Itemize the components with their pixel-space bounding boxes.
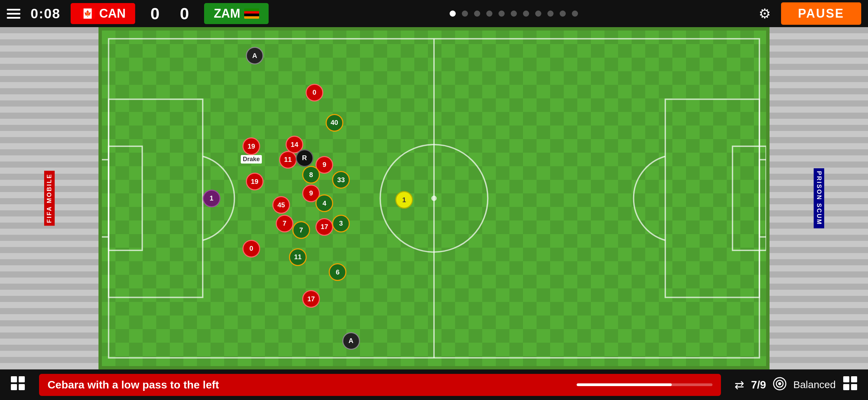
- player-number: 19: [248, 142, 255, 150]
- bottom-bar: Cebara with a low pass to the left ⇄ 7/9…: [0, 369, 868, 400]
- tactic-icon[interactable]: [773, 377, 786, 393]
- team-can-badge: 🍁 CAN: [71, 3, 135, 24]
- pitch-container: 019Drake14111999457170171408R334371161AA: [98, 27, 770, 369]
- player-token-p4[interactable]: 11: [279, 151, 297, 169]
- dot-7[interactable]: [523, 11, 529, 17]
- player-number: 3: [339, 220, 343, 227]
- dot-11[interactable]: [572, 11, 578, 17]
- player-name-label: Drake: [241, 155, 262, 164]
- dot-9[interactable]: [547, 11, 554, 17]
- dot-10[interactable]: [560, 11, 566, 17]
- player-number: 4: [323, 199, 326, 207]
- player-token-p9[interactable]: 7: [276, 215, 293, 232]
- right-side-panel: PRISON SCUM: [770, 27, 868, 369]
- commentary-text: Cebara with a low pass to the left: [48, 379, 570, 391]
- menu-icon[interactable]: [7, 9, 20, 19]
- player-number: 1: [402, 196, 406, 204]
- player-number: 0: [250, 245, 253, 252]
- substitution-icon[interactable]: ⇄: [735, 378, 744, 392]
- commentary-progress-fill: [577, 383, 672, 386]
- player-number: 14: [291, 141, 298, 149]
- player-number: 40: [330, 119, 338, 127]
- player-number: 33: [337, 176, 345, 184]
- dot-4[interactable]: [486, 11, 492, 17]
- player-token-p18[interactable]: 4: [315, 194, 333, 212]
- subs-count: 7/9: [751, 379, 766, 391]
- svg-rect-20: [851, 384, 857, 390]
- team-can-label: CAN: [99, 6, 126, 21]
- team-zam-label: ZAM: [214, 6, 240, 21]
- bottom-right-icon[interactable]: [843, 376, 858, 394]
- player-token-a2[interactable]: A: [342, 332, 360, 350]
- pause-button[interactable]: PAUSE: [781, 2, 861, 25]
- player-token-a1[interactable]: A: [246, 47, 264, 64]
- dot-2[interactable]: [462, 11, 468, 17]
- top-bar-right: ⚙ PAUSE: [759, 2, 861, 25]
- main-container: 0:08 🍁 CAN 0 0 ZAM: [0, 0, 868, 400]
- player-number: 9: [323, 161, 326, 169]
- player-number: 11: [284, 156, 292, 164]
- svg-rect-13: [19, 384, 25, 390]
- player-token-p12[interactable]: 17: [302, 290, 320, 308]
- player-token-p17[interactable]: 33: [332, 171, 350, 189]
- player-token-p13[interactable]: 1: [203, 190, 220, 207]
- player-token-p21[interactable]: 11: [289, 248, 307, 266]
- svg-rect-10: [11, 376, 17, 382]
- player-number: A: [348, 337, 353, 345]
- player-token-p1[interactable]: 0: [306, 84, 323, 101]
- player-token-p19[interactable]: 3: [332, 215, 350, 232]
- right-side-label: PRISON SCUM: [814, 168, 824, 228]
- player-token-p11[interactable]: 0: [242, 240, 260, 258]
- left-side-label: FIFA MOBILE: [44, 171, 55, 226]
- progress-dots: [450, 11, 578, 17]
- dot-8[interactable]: [535, 11, 541, 17]
- commentary-progress-bar: [577, 383, 712, 386]
- match-timer: 0:08: [31, 6, 60, 21]
- player-number: 9: [309, 189, 313, 197]
- player-token-p5[interactable]: 19: [246, 173, 264, 190]
- player-number: 17: [321, 223, 328, 231]
- bottom-left-icon[interactable]: [10, 376, 25, 394]
- team-zam-badge: ZAM: [204, 3, 269, 24]
- bottom-stats: ⇄ 7/9 Balanced: [735, 376, 858, 394]
- svg-rect-11: [19, 376, 25, 382]
- zambia-flag: [244, 8, 259, 19]
- top-bar: 0:08 🍁 CAN 0 0 ZAM: [0, 0, 868, 27]
- player-token-p22[interactable]: 6: [329, 263, 346, 281]
- player-token-p16[interactable]: R: [296, 149, 313, 167]
- player-number: 0: [312, 89, 316, 96]
- player-token-p15[interactable]: 8: [302, 166, 320, 184]
- canada-flag: 🍁: [80, 8, 95, 19]
- svg-rect-19: [843, 384, 849, 390]
- left-side-panel: FIFA MOBILE: [0, 27, 98, 369]
- player-number: 6: [336, 268, 340, 276]
- tactic-label: Balanced: [793, 379, 836, 391]
- player-token-p8[interactable]: 45: [272, 196, 290, 214]
- player-number: 8: [309, 171, 313, 179]
- player-number: 19: [251, 178, 258, 186]
- player-number: 11: [294, 253, 302, 261]
- player-token-p14[interactable]: 40: [326, 114, 343, 132]
- dot-6[interactable]: [511, 11, 517, 17]
- dot-1[interactable]: [450, 11, 456, 17]
- player-number: 7: [283, 220, 286, 227]
- player-token-p20[interactable]: 7: [292, 221, 310, 239]
- pitch: 019Drake14111999457170171408R334371161AA: [102, 31, 766, 366]
- player-number: 1: [210, 194, 213, 202]
- player-token-p23[interactable]: 1: [395, 191, 413, 209]
- svg-rect-18: [851, 376, 857, 382]
- dot-3[interactable]: [474, 11, 480, 17]
- player-number: 45: [277, 201, 285, 209]
- player-number: 17: [307, 295, 315, 303]
- middle-section: FIFA MOBILE: [0, 27, 868, 369]
- svg-rect-12: [11, 384, 17, 390]
- svg-rect-17: [843, 376, 849, 382]
- player-token-p2[interactable]: 19Drake: [242, 137, 260, 155]
- commentary-bar: Cebara with a low pass to the left: [39, 374, 721, 396]
- top-bar-left: 0:08 🍁 CAN 0 0 ZAM: [7, 3, 269, 24]
- dot-5[interactable]: [499, 11, 505, 17]
- settings-icon[interactable]: ⚙: [759, 6, 771, 21]
- player-number: 7: [299, 226, 303, 234]
- score-zam: 0: [175, 4, 194, 23]
- player-token-p10[interactable]: 17: [315, 218, 333, 236]
